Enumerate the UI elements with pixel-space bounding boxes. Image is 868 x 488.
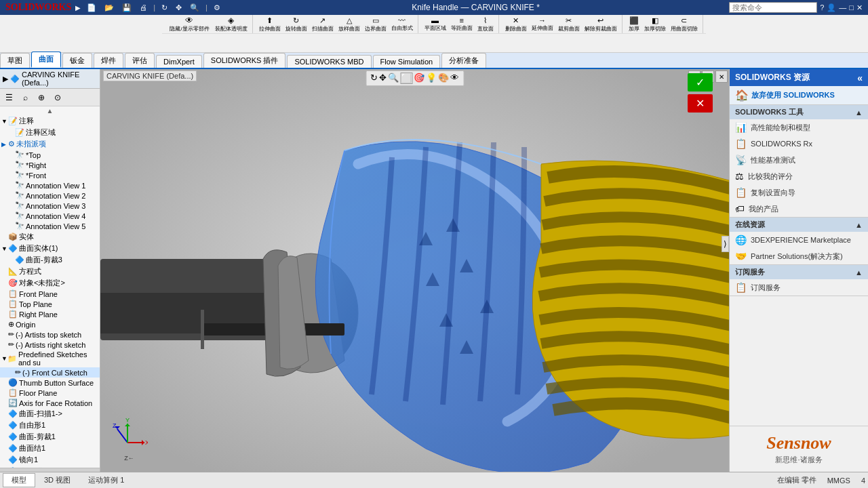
status-tab-model[interactable]: 模型 (3, 473, 35, 487)
rp-item-compare[interactable]: ⚖ 比较我的评分 (730, 168, 868, 184)
tree-item-av2[interactable]: 🔭 Annotation View 2 (0, 190, 100, 201)
vp-icon-hide[interactable]: 👁 (450, 73, 459, 84)
rp-item-performance[interactable]: 📊 高性能绘制和模型 (730, 119, 868, 136)
tree-item-predefined[interactable]: ▼ 📁 Predefined Sketches and su (0, 350, 100, 367)
rp-item-copy-settings[interactable]: 📋 复制设置向导 (730, 184, 868, 201)
cancel-button[interactable]: ✕ (688, 94, 713, 113)
tree-toolbar-filter[interactable]: ⊕ (34, 91, 49, 104)
user-icon[interactable]: 👤 (827, 3, 836, 12)
tab-weldment[interactable]: 焊件 (94, 53, 123, 68)
toolbar-zoom[interactable]: 🔍 (188, 3, 201, 12)
tree-item-right-plane[interactable]: 📋 Right Plane (0, 309, 100, 319)
tree-item-axis[interactable]: 🔄 Axis for Face Rotation (0, 398, 100, 408)
rp-section-tools-header[interactable]: SOLIDWORKS 工具 ▲ (730, 105, 868, 119)
tree-item-surface-body[interactable]: ▼ 🔷 曲面实体(1) (0, 243, 100, 254)
btn-thicken-cut[interactable]: ◧加厚切除 (642, 16, 668, 33)
tree-toolbar-list[interactable]: ☰ (1, 91, 16, 104)
rp-item-sub[interactable]: 📋 订阅服务 (730, 279, 868, 296)
btn-sweep-surface[interactable]: ↗扫描曲面 (310, 16, 336, 33)
tree-item-origin[interactable]: ⊕ Origin (0, 319, 100, 329)
rp-item-benchmark[interactable]: 📡 性能基准测试 (730, 152, 868, 168)
btn-surface-cut[interactable]: ⊂用曲面切除 (669, 16, 700, 33)
vp-icon-rotate[interactable]: ↻ (370, 73, 378, 84)
tree-item-trim3[interactable]: 🔷 曲面-剪裁3 (0, 254, 100, 266)
rp-item-partner[interactable]: 🤝 Partner Solutions(解决方案) (730, 248, 868, 264)
vp-icon-zoom[interactable]: 🔍 (388, 73, 399, 84)
toolbar-rotate[interactable]: ↻ (159, 3, 170, 12)
btn-thicken[interactable]: ⬛加厚 (627, 16, 642, 33)
tree-item-artists-top[interactable]: ✏ (-) Artists top sketch (0, 329, 100, 340)
minimize-btn[interactable]: — (839, 3, 846, 12)
tab-evaluate[interactable]: 评估 (125, 53, 155, 68)
tab-sheet-metal[interactable]: 钣金 (62, 53, 92, 68)
rp-item-products[interactable]: 🏷 我的产品 (730, 201, 868, 217)
tree-item-right[interactable]: 🔭 *Right (0, 160, 100, 170)
btn-revolve-surface[interactable]: ↻旋转曲面 (283, 16, 309, 33)
rp-section-sub-header[interactable]: 订阅服务 ▲ (730, 265, 868, 279)
btn-delete-face[interactable]: ✕删除曲面 (503, 16, 529, 33)
rp-home-icon[interactable]: 🏠 (735, 89, 749, 102)
btn-extrude-surface[interactable]: ⬆拉伸曲面 (257, 16, 283, 33)
help-icon[interactable]: ? (820, 3, 824, 12)
vp-icon-appearance[interactable]: 🎨 (438, 73, 449, 84)
tree-item-thumb[interactable]: 🔵 Thumb Button Surface (0, 378, 100, 388)
tree-item-av5[interactable]: 🔭 Annotation View 5 (0, 221, 100, 231)
toolbar-print[interactable]: 🖨 (138, 3, 149, 12)
tree-item-solid[interactable]: 📦 实体 (0, 231, 100, 243)
vp-icon-view[interactable]: 🎯 (414, 73, 425, 84)
ok-button[interactable]: ✓ (688, 73, 713, 92)
btn-offset-surface[interactable]: ≡等距曲面 (449, 16, 475, 33)
btn-ruled-surface[interactable]: ⌇直纹面 (475, 16, 496, 33)
rp-section-online-header[interactable]: 在线资源 ▲ (730, 218, 868, 232)
tree-item-av1[interactable]: 🔭 Annotation View 1 (0, 180, 100, 190)
tab-sketch[interactable]: 草图 (0, 53, 30, 68)
tree-item-sweep1[interactable]: 🔷 曲面-扫描1-> (0, 408, 100, 420)
tree-toolbar-settings[interactable]: ⊙ (50, 91, 65, 104)
search-input[interactable] (729, 2, 817, 13)
tree-item-top-plane[interactable]: 📋 Top Plane (0, 299, 100, 309)
btn-loft-surface[interactable]: △放样曲面 (336, 16, 362, 33)
maximize-btn[interactable]: □ (849, 3, 854, 12)
tree-item-trim1[interactable]: 🔷 曲面-剪裁1 (0, 431, 100, 443)
rp-item-rx[interactable]: 📋 SOLIDWORKS Rx (730, 136, 868, 152)
toolbar-save[interactable]: 💾 (120, 3, 134, 12)
status-tab-motion[interactable]: 运动算例 1 (79, 473, 133, 487)
vp-icon-display[interactable]: 💡 (426, 73, 437, 84)
tree-item-front-plane[interactable]: 📋 Front Plane (0, 289, 100, 299)
btn-boundary-surface[interactable]: ▭边界曲面 (363, 16, 389, 33)
tree-item-annotations[interactable]: ▼ 📝 注释 (0, 115, 100, 127)
tree-item-knit1[interactable]: 🔷 曲面结1 (0, 443, 100, 454)
status-tab-3dview[interactable]: 3D 视图 (35, 473, 79, 487)
tree-item-front-cut[interactable]: ✏ (-) Front Cul Sketch (0, 367, 100, 378)
tree-item-top[interactable]: 🔭 *Top (0, 150, 100, 160)
tab-sw-addins[interactable]: SOLIDWORKS 插件 (203, 53, 286, 68)
tree-item-freeform1[interactable]: 🔷 自由形1 (0, 420, 100, 431)
btn-plane-region[interactable]: ▬平面区域 (422, 16, 448, 33)
close-btn[interactable]: ✕ (856, 3, 863, 12)
btn-hide-show[interactable]: 👁 隐藏/显示零部件 (167, 15, 211, 33)
tab-analysis[interactable]: 分析准备 (441, 53, 486, 68)
tree-item-front[interactable]: 🔭 *Front (0, 170, 100, 180)
tree-item-equations[interactable]: 📐 方程式 (0, 266, 100, 277)
tree-item-artists-right[interactable]: ✏ (-) Artists right sketch (0, 340, 100, 350)
tree-item-unassigned[interactable]: ▶ ⚙ 未指派项 (0, 138, 100, 150)
toolbar-options[interactable]: ⚙ (212, 3, 222, 12)
tab-sw-mbd[interactable]: SOLIDWORKS MBD (287, 55, 371, 68)
toolbar-new[interactable]: 📄 (85, 3, 98, 12)
tree-item-material[interactable]: 🎯 对象<未指定> (0, 277, 100, 289)
btn-freeform[interactable]: 〰自由形式 (389, 16, 415, 33)
rp-collapse-icon[interactable]: « (857, 73, 863, 83)
vp-icon-pan[interactable]: ✥ (379, 73, 387, 84)
btn-untrim-surface[interactable]: ↩解除剪裁曲面 (583, 16, 619, 33)
rp-home-label[interactable]: 放弃使用 SOLIDWORKS (751, 90, 835, 100)
tree-scroll-up[interactable]: ▲ (0, 106, 100, 115)
tree-item-av3[interactable]: 🔭 Annotation View 3 (0, 201, 100, 211)
btn-trim-surface[interactable]: ✂裁剪曲面 (556, 16, 582, 33)
toolbar-open[interactable]: 📂 (102, 3, 116, 12)
vp-ctrl-close[interactable]: ✕ (715, 70, 728, 83)
tab-flow-sim[interactable]: Flow Simulation (373, 55, 441, 68)
rp-item-marketplace[interactable]: 🌐 3DEXPERIENCE Marketplace (730, 232, 868, 248)
vp-icon-section[interactable]: ⬜ (400, 73, 412, 84)
tree-item-mirror[interactable]: 🔷 镜向1 (0, 454, 100, 466)
btn-extend-surface[interactable]: →延伸曲面 (530, 16, 555, 33)
